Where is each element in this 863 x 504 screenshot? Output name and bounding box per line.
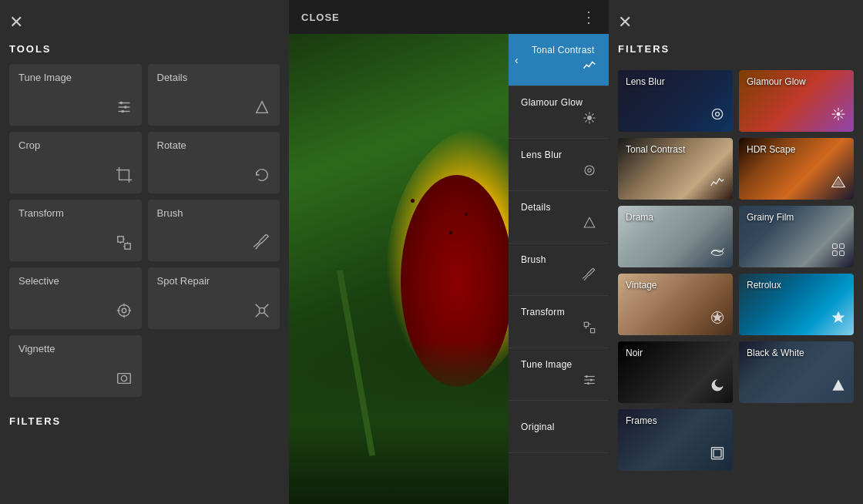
svg-marker-6 [257, 102, 268, 113]
filter-tonal-contrast-label: Tonal Contrast [626, 144, 725, 155]
dropdown-lens-blur-label: Lens Blur [521, 150, 596, 160]
dropdown-tune-image-label: Tune Image [521, 359, 596, 370]
more-options-button[interactable]: ⋮ [581, 8, 596, 26]
spot-repair-icon [254, 302, 270, 323]
filter-black-white[interactable]: Black & White [739, 341, 854, 403]
right-panel: ✕ FILTERS Lens Blur Glamour Glow [609, 0, 863, 504]
dropdown-item-tune-image[interactable]: Tune Image [509, 348, 609, 401]
filter-grainy-film-label: Grainy Film [747, 212, 846, 223]
dropdown-item-tonal-contrast[interactable]: ‹ Tonal Contrast [509, 34, 609, 86]
filter-retrolux[interactable]: Retrolux [739, 274, 854, 335]
dropdown-item-brush[interactable]: Brush [509, 244, 609, 296]
svg-point-55 [837, 113, 841, 116]
filter-hdr-scape[interactable]: HDR Scape [739, 138, 854, 200]
filter-noir[interactable]: Noir [618, 341, 733, 403]
tune-image-icon [116, 99, 133, 119]
details-dd-icon [583, 216, 596, 233]
dropdown-transform-label: Transform [521, 307, 596, 318]
back-arrow-icon: ‹ [515, 54, 519, 66]
tool-crop-label: Crop [18, 139, 133, 151]
filters-grid: Lens Blur Glamour Glow [618, 70, 854, 471]
svg-point-54 [716, 113, 720, 116]
tool-rotate[interactable]: Rotate [148, 132, 280, 193]
dropdown-item-original[interactable]: Original [509, 401, 609, 453]
center-panel: CLOSE ⋮ ‹ Tonal Contrast [289, 0, 609, 504]
left-close-button[interactable]: ✕ [9, 12, 32, 32]
dropdown-item-details[interactable]: Details [509, 191, 609, 244]
filter-retrolux-label: Retrolux [747, 280, 846, 291]
tools-grid: Tune Image Details [9, 64, 280, 397]
tool-details[interactable]: Details [148, 64, 280, 126]
dropdown-original-label: Original [521, 422, 596, 432]
svg-line-62 [841, 109, 843, 112]
svg-rect-29 [117, 374, 130, 384]
filter-lens-blur-label: Lens Blur [626, 76, 725, 87]
svg-rect-68 [840, 244, 845, 249]
svg-line-61 [841, 116, 843, 119]
filter-frames[interactable]: Frames [618, 409, 733, 471]
filter-lens-blur[interactable]: Lens Blur [618, 70, 733, 132]
dropdown-item-glamour-glow[interactable]: Glamour Glow [509, 86, 609, 139]
dropdown-details-label: Details [521, 202, 596, 213]
svg-point-50 [586, 375, 588, 378]
tool-brush[interactable]: Brush [148, 200, 280, 261]
filter-black-white-icon [831, 378, 846, 397]
svg-line-37 [592, 120, 593, 122]
svg-point-30 [121, 375, 126, 381]
right-close-button[interactable]: ✕ [618, 12, 854, 32]
svg-line-38 [592, 113, 593, 115]
tool-transform[interactable]: Transform [9, 200, 142, 261]
svg-point-53 [712, 109, 722, 119]
svg-point-24 [259, 307, 264, 313]
filter-vintage-label: Vintage [626, 280, 725, 291]
svg-rect-13 [124, 244, 129, 249]
tool-tune-image[interactable]: Tune Image [9, 64, 142, 126]
svg-point-52 [587, 382, 589, 385]
filter-drama[interactable]: Drama [618, 206, 733, 267]
filter-vintage-icon [710, 310, 725, 329]
tool-crop[interactable]: Crop [9, 132, 142, 193]
dropdown-item-transform[interactable]: Transform [509, 296, 609, 348]
filter-black-white-label: Black & White [747, 348, 846, 358]
filter-retrolux-icon [831, 310, 846, 329]
filter-noir-icon [710, 378, 725, 397]
glamour-glow-dd-icon [583, 111, 596, 128]
tools-title: TOOLS [9, 43, 280, 55]
svg-rect-70 [840, 251, 845, 256]
svg-line-25 [256, 304, 260, 309]
tool-selective[interactable]: Selective [9, 267, 142, 329]
filter-tonal-contrast[interactable]: Tonal Contrast [618, 138, 733, 200]
svg-line-27 [256, 313, 260, 318]
svg-point-3 [119, 102, 123, 105]
svg-point-40 [585, 166, 594, 175]
tool-rotate-label: Rotate [157, 139, 271, 151]
svg-rect-67 [833, 244, 838, 249]
dropdown-menu: ‹ Tonal Contrast Glamour Glow [509, 34, 609, 504]
svg-rect-75 [714, 449, 721, 457]
filter-tonal-contrast-icon [710, 174, 725, 193]
vignette-icon [116, 370, 133, 391]
svg-point-51 [590, 378, 593, 381]
filter-glamour-glow[interactable]: Glamour Glow [739, 70, 854, 132]
svg-line-26 [264, 304, 269, 309]
left-filters-title: FILTERS [9, 415, 280, 427]
svg-point-31 [587, 116, 592, 120]
rotate-icon [254, 166, 270, 187]
dropdown-item-lens-blur[interactable]: Lens Blur [509, 139, 609, 191]
filter-grainy-film-icon [831, 242, 846, 261]
svg-rect-69 [833, 251, 838, 256]
details-icon [254, 99, 270, 119]
svg-point-18 [118, 305, 129, 317]
crop-icon [116, 166, 133, 187]
dropdown-brush-label: Brush [521, 254, 596, 265]
tool-tune-image-label: Tune Image [18, 72, 133, 83]
center-close-button[interactable]: CLOSE [301, 12, 340, 23]
filter-grainy-film[interactable]: Grainy Film [739, 206, 854, 267]
tonal-contrast-icon [583, 59, 596, 76]
tool-brush-label: Brush [157, 207, 271, 219]
filter-vintage[interactable]: Vintage [618, 274, 733, 335]
svg-line-63 [834, 116, 836, 119]
svg-point-41 [588, 168, 592, 172]
tool-vignette[interactable]: Vignette [9, 335, 142, 397]
tool-spot-repair[interactable]: Spot Repair [148, 267, 280, 329]
